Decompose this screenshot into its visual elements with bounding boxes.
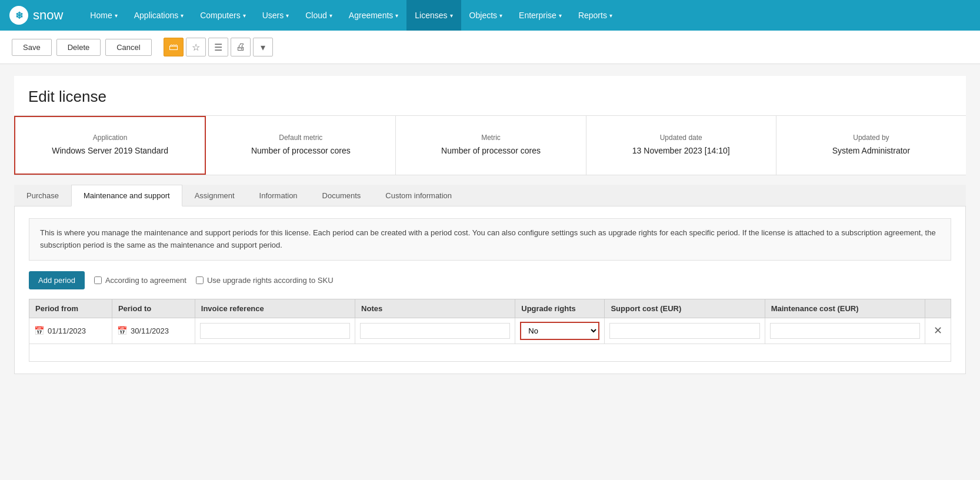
period-controls: Add period According to agreement Use up… <box>29 271 951 289</box>
nav-item-label: Cloud <box>305 11 327 20</box>
col-header-maintenance-cost-eur: Maintenance cost (EUR) <box>765 299 925 318</box>
card-label: Application <box>93 134 128 142</box>
nav-item-label: Enterprise <box>519 11 556 20</box>
tab-custom-information[interactable]: Custom information <box>373 185 464 206</box>
upgrade-rights-cell[interactable]: NoYes <box>515 318 605 344</box>
list-icon-button[interactable]: ☰ <box>208 38 228 56</box>
database-icon-button[interactable]: 🗃 <box>164 38 184 56</box>
according-to-agreement-label[interactable]: According to agreement <box>94 276 186 285</box>
nav-item-reports[interactable]: Reports▾ <box>570 0 621 31</box>
col-header-period-from: Period from <box>29 299 112 318</box>
table-body: 📅 01/11/2023📅 30/11/2023NoYes✕ <box>29 318 951 344</box>
card-value: 13 November 2023 [14:10] <box>632 145 730 157</box>
support-cost-input[interactable] <box>609 323 759 339</box>
logo-icon: ❄ <box>9 6 28 25</box>
invoice-reference-input[interactable] <box>200 323 350 339</box>
period-from-cell: 📅 01/11/2023 <box>29 318 112 344</box>
nav-items: Home▾Applications▾Computers▾Users▾Cloud▾… <box>82 0 971 31</box>
nav-item-label: Computers <box>200 11 240 20</box>
print-icon-button[interactable]: 🖨 <box>231 38 251 56</box>
tabs-bar: PurchaseMaintenance and supportAssignmen… <box>14 185 966 206</box>
nav-item-computers[interactable]: Computers▾ <box>192 0 254 31</box>
info-card-updated-date: Updated date 13 November 2023 [14:10] <box>586 116 776 175</box>
period-table: Period fromPeriod toInvoice referenceNot… <box>29 299 951 344</box>
period-from-value: 01/11/2023 <box>48 326 86 335</box>
page-title: Edit license <box>28 88 952 106</box>
table-header-row: Period fromPeriod toInvoice referenceNot… <box>29 299 951 318</box>
nav-chevron-icon: ▾ <box>499 12 502 19</box>
notes-input[interactable] <box>360 323 510 339</box>
nav-item-enterprise[interactable]: Enterprise▾ <box>511 0 570 31</box>
notes-cell[interactable] <box>355 318 515 344</box>
upgrade-rights-select[interactable]: NoYes <box>520 322 599 340</box>
nav-chevron-icon: ▾ <box>243 12 246 19</box>
logo[interactable]: ❄ snow <box>9 6 63 25</box>
nav-item-label: Licenses <box>415 11 447 20</box>
period-table-wrapper: Period fromPeriod toInvoice referenceNot… <box>29 299 951 362</box>
calendar-icon: 📅 <box>117 326 127 335</box>
tab-information[interactable]: Information <box>247 185 310 206</box>
top-navigation: ❄ snow Home▾Applications▾Computers▾Users… <box>0 0 980 31</box>
nav-item-label: Reports <box>578 11 607 20</box>
info-card-default-metric: Default metric Number of processor cores <box>206 116 396 175</box>
table-row: 📅 01/11/2023📅 30/11/2023NoYes✕ <box>29 318 951 344</box>
maintenance-info-text: This is where you manage the maintenance… <box>40 228 936 249</box>
nav-item-cloud[interactable]: Cloud▾ <box>297 0 341 31</box>
period-table-head: Period fromPeriod toInvoice referenceNot… <box>29 299 951 318</box>
tab-documents[interactable]: Documents <box>310 185 374 206</box>
tab-assignment[interactable]: Assignment <box>182 185 247 206</box>
nav-item-label: Agreements <box>349 11 393 20</box>
nav-item-label: Users <box>262 11 284 20</box>
tab-purchase[interactable]: Purchase <box>14 185 71 206</box>
nav-item-home[interactable]: Home▾ <box>82 0 125 31</box>
delete-button[interactable]: Delete <box>56 39 101 56</box>
nav-item-label: Objects <box>469 11 497 20</box>
tab-maintenance-and-support[interactable]: Maintenance and support <box>71 185 182 206</box>
info-card-application: Application Windows Server 2019 Standard <box>14 116 206 175</box>
nav-item-agreements[interactable]: Agreements▾ <box>341 0 406 31</box>
info-cards: Application Windows Server 2019 Standard… <box>14 115 966 175</box>
remove-row-button[interactable]: ✕ <box>930 323 946 338</box>
according-to-agreement-checkbox[interactable] <box>94 276 102 284</box>
maintenance-cost-cell[interactable] <box>765 318 925 344</box>
col-header-notes: Notes <box>355 299 515 318</box>
add-period-button[interactable]: Add period <box>29 271 85 289</box>
invoice-reference-cell[interactable] <box>195 318 355 344</box>
nav-item-users[interactable]: Users▾ <box>254 0 298 31</box>
toolbar-icons: 🗃 ☆ ☰ 🖨 ▾ <box>164 38 273 56</box>
nav-chevron-icon: ▾ <box>286 12 289 19</box>
info-card-updated-by: Updated by System Administrator <box>776 116 966 175</box>
upgrade-rights-sku-checkbox[interactable] <box>196 276 204 284</box>
period-to-value: 30/11/2023 <box>131 326 169 335</box>
toolbar: Save Delete Cancel 🗃 ☆ ☰ 🖨 ▾ <box>0 31 980 64</box>
nav-item-label: Home <box>90 11 112 20</box>
nav-chevron-icon: ▾ <box>181 12 184 19</box>
col-header-support-cost-eur: Support cost (EUR) <box>605 299 765 318</box>
nav-item-objects[interactable]: Objects▾ <box>461 0 511 31</box>
nav-item-label: Applications <box>134 11 179 20</box>
more-icon-button[interactable]: ▾ <box>253 38 273 56</box>
period-to-cell: 📅 30/11/2023 <box>112 318 195 344</box>
nav-chevron-icon: ▾ <box>609 12 612 19</box>
nav-item-applications[interactable]: Applications▾ <box>126 0 192 31</box>
maintenance-tab-content: This is where you manage the maintenance… <box>14 206 966 374</box>
col-header-invoice-reference: Invoice reference <box>195 299 355 318</box>
nav-chevron-icon: ▾ <box>115 12 118 19</box>
maintenance-info-box: This is where you manage the maintenance… <box>29 218 951 261</box>
cancel-button[interactable]: Cancel <box>105 39 151 56</box>
save-button[interactable]: Save <box>12 39 52 56</box>
nav-chevron-icon: ▾ <box>395 12 398 19</box>
upgrade-rights-sku-label[interactable]: Use upgrade rights according to SKU <box>196 276 334 285</box>
support-cost-cell[interactable] <box>605 318 765 344</box>
maintenance-cost-input[interactable] <box>770 323 920 339</box>
table-scroll-area <box>29 344 951 362</box>
nav-chevron-icon: ▾ <box>329 12 332 19</box>
nav-item-licenses[interactable]: Licenses▾ <box>406 0 461 31</box>
star-icon-button[interactable]: ☆ <box>186 38 206 56</box>
card-label: Metric <box>481 134 501 142</box>
page-content: Edit license Application Windows Server … <box>0 64 980 480</box>
col-header-upgrade-rights: Upgrade rights <box>515 299 605 318</box>
calendar-icon: 📅 <box>34 326 44 335</box>
remove-cell[interactable]: ✕ <box>925 318 951 344</box>
nav-chevron-icon: ▾ <box>559 12 562 19</box>
